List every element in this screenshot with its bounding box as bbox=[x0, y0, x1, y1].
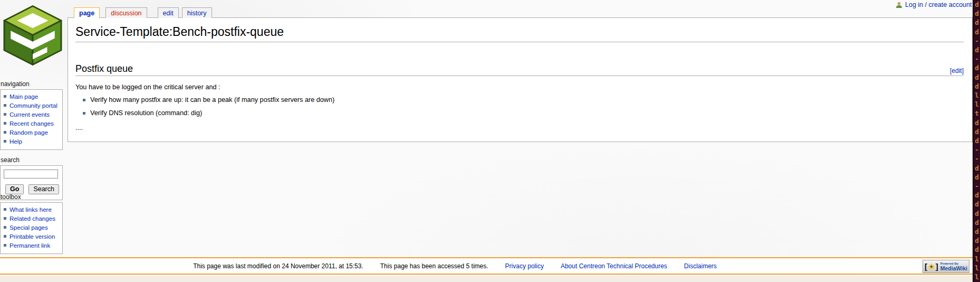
page-title: Service-Template:Bench-postfix-queue bbox=[75, 25, 964, 42]
sidebar-link[interactable]: Related changes bbox=[9, 215, 55, 222]
last-modified-text: This page was last modified on 24 Novemb… bbox=[193, 262, 363, 270]
badge-mediawiki: MediaWiki bbox=[940, 266, 967, 271]
section-edit-link[interactable]: [edit] bbox=[950, 67, 964, 74]
centreon-cube-logo[interactable] bbox=[3, 4, 62, 67]
sidebar-item-current-events[interactable]: Current events bbox=[4, 111, 61, 118]
sidebar-link[interactable]: Special pages bbox=[9, 224, 48, 231]
login-link[interactable]: Log in / create account bbox=[905, 1, 972, 8]
sunflower-icon bbox=[928, 263, 935, 270]
footer-bottom-strip bbox=[0, 276, 973, 282]
sidebar-link[interactable]: Permanent link bbox=[9, 242, 50, 249]
toolbox-item-permanent-link[interactable]: Permanent link bbox=[4, 242, 61, 249]
trailing-text: .... bbox=[75, 124, 964, 131]
toolbox-item-printable-version[interactable]: Printable version bbox=[4, 233, 61, 240]
disclaimers-link[interactable]: Disclaimers bbox=[684, 262, 717, 270]
sidebar-item-main-page[interactable]: Main page bbox=[4, 93, 61, 100]
tab-edit[interactable]: edit bbox=[158, 7, 179, 18]
section-heading-row: Postfix queue [edit] bbox=[75, 63, 964, 76]
sidebar-item-recent-changes[interactable]: Recent changes bbox=[4, 120, 61, 127]
sidebar-link[interactable]: Help bbox=[9, 138, 22, 145]
footer: This page was last modified on 24 Novemb… bbox=[0, 257, 973, 275]
sidebar-item-random-page[interactable]: Random page bbox=[4, 129, 61, 136]
cube-icon bbox=[3, 4, 62, 67]
section-heading: Postfix queue bbox=[75, 63, 133, 74]
portlet-label: toolbox bbox=[0, 193, 63, 202]
sidebar-link[interactable]: Current events bbox=[9, 111, 50, 118]
personal-tools: Log in / create account bbox=[896, 1, 972, 8]
instruction-list: Verify how many postfix are up: it can b… bbox=[83, 96, 964, 117]
list-item: Verify DNS resolution (command: dig) bbox=[83, 109, 964, 117]
sidebar-item-help[interactable]: Help bbox=[4, 138, 61, 145]
tab-history[interactable]: history bbox=[182, 7, 212, 18]
privacy-policy-link[interactable]: Privacy policy bbox=[505, 262, 544, 270]
background-terminal-edge: d d d d - d - d d d l l t d d d - - d d … bbox=[973, 0, 980, 282]
sidebar-link[interactable]: What links here bbox=[9, 206, 52, 213]
bracket-glyph: [ bbox=[925, 262, 927, 270]
sidebar-link[interactable]: Community portal bbox=[9, 102, 57, 109]
sidebar-item-community-portal[interactable]: Community portal bbox=[4, 102, 61, 109]
access-count-text: This page has been accessed 5 times. bbox=[380, 262, 488, 270]
tab-discussion[interactable]: discussion bbox=[105, 7, 147, 18]
page-tabs: page discussion edit history bbox=[74, 7, 212, 18]
portlet-toolbox: toolbox What links here Related changes … bbox=[0, 193, 63, 254]
toolbox-item-related-changes[interactable]: Related changes bbox=[4, 215, 61, 222]
tab-page[interactable]: page bbox=[74, 7, 100, 18]
sidebar-link[interactable]: Main page bbox=[9, 93, 38, 100]
sidebar-link[interactable]: Recent changes bbox=[9, 120, 54, 127]
sidebar-link[interactable]: Random page bbox=[9, 129, 48, 136]
portlet-label: search bbox=[0, 156, 63, 165]
search-input[interactable] bbox=[4, 170, 58, 178]
badge-powered-by: Powered By bbox=[940, 262, 967, 265]
about-link[interactable]: About Centreon Technical Procedures bbox=[561, 262, 667, 270]
sidebar-link[interactable]: Printable version bbox=[9, 233, 55, 240]
portlet-navigation: navigation Main page Community portal Cu… bbox=[0, 80, 63, 150]
toolbox-item-what-links-here[interactable]: What links here bbox=[4, 206, 61, 213]
powered-by-mediawiki-badge[interactable]: [ ] Powered By MediaWiki bbox=[923, 260, 969, 273]
user-icon bbox=[896, 2, 902, 8]
intro-paragraph: You have to be logged on the critical se… bbox=[75, 83, 964, 91]
list-item: Verify how many postfix are up: it can b… bbox=[83, 96, 964, 104]
toolbox-item-special-pages[interactable]: Special pages bbox=[4, 224, 61, 231]
portlet-label: navigation bbox=[0, 80, 63, 89]
article-content: Service-Template:Bench-postfix-queue Pos… bbox=[68, 17, 973, 142]
bracket-glyph: ] bbox=[936, 262, 938, 270]
